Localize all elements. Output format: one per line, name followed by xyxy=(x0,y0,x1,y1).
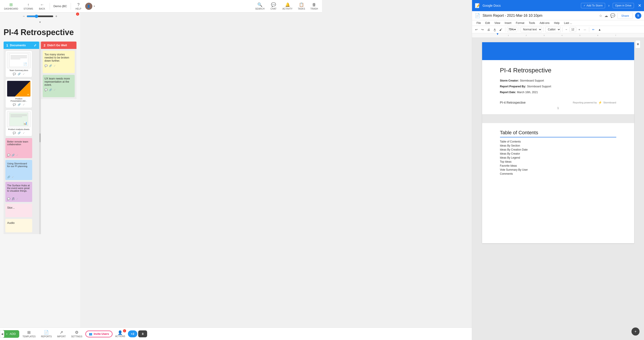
column-docs-header: 1 Documents ⤢ xyxy=(4,41,39,49)
tasks-icon: 📋 xyxy=(299,2,304,7)
zoom-value: ▾ xyxy=(39,20,41,24)
nav-storms-label: STORMS xyxy=(24,7,33,10)
rs-comment-icon[interactable]: 💬 xyxy=(44,64,48,67)
sticky-better-remote[interactable]: Better remote team collaboration 💬 🔗 ✓ xyxy=(5,138,32,158)
board-content: PI-4 Retrospective 1 Documents ⤢ xyxy=(0,24,80,170)
sticky-comment-icon[interactable]: 💬 xyxy=(7,154,10,157)
nav-back[interactable]: ← BACK xyxy=(36,1,48,11)
check-icon-3[interactable]: ✓ xyxy=(22,131,25,135)
doc-card-product-analysis[interactable]: 📊 Product Analysis.sheets 💬 🔗 ✓ xyxy=(5,110,32,136)
sticky-notes-grid: Better remote team collaboration 💬 🔗 ✓ U… xyxy=(5,138,37,170)
columns-row: 1 Documents ⤢ xyxy=(4,41,76,170)
nav-storms[interactable]: ↑ STORMS xyxy=(21,1,35,11)
nav-chat-label: CHAT xyxy=(270,7,276,10)
thumb-line xyxy=(10,114,27,115)
thumb-line xyxy=(10,58,27,58)
rs-check-2[interactable]: ✓ xyxy=(54,88,56,92)
col-divider-handle xyxy=(40,133,40,142)
column-bad-header: 2 Didn't Go Well xyxy=(41,41,76,49)
chat-icon: 💬 xyxy=(271,2,276,7)
doc-thumb-product-pres: ▶ xyxy=(7,81,31,97)
right-sticky-actions-1: 💬 🔗 ✓ xyxy=(44,64,73,67)
zoom-in-button[interactable]: + xyxy=(55,14,57,18)
doc-thumb-img: 📄 xyxy=(10,54,28,67)
col-docs-label: Documents xyxy=(10,43,26,47)
sticky-too-many-text: Too many stories needed to be broken dow… xyxy=(44,53,69,62)
zoom-dropdown[interactable]: ▾ xyxy=(0,20,80,24)
col-divider[interactable] xyxy=(39,41,41,170)
right-sticky-actions-2: 💬 🔗 ✓ xyxy=(44,88,73,92)
nav-activity[interactable]: 🔔 ACTIVITY xyxy=(280,1,295,11)
doc-card-product-presentation[interactable]: ▶ Product Presentation.slid... 💬 🔗 ✓ xyxy=(5,79,32,108)
rs-comment-icon-2[interactable]: 💬 xyxy=(44,88,48,91)
doc-cards-grid: 📄 Team Summary.docs 💬 🔗 ✓ xyxy=(5,51,37,136)
sticky-ux-team[interactable]: UX team needs more representation at the… xyxy=(43,75,75,97)
nav-dashboard-label: DASHBOARD xyxy=(4,7,18,10)
thumb-line xyxy=(10,117,22,117)
sticky-link-icon[interactable]: 🔗 xyxy=(12,154,15,157)
doc-thumb-analysis: 📊 xyxy=(10,113,28,126)
product-icon: ▶ xyxy=(27,93,30,96)
user-avatar[interactable]: 👤 xyxy=(85,3,92,10)
column-bad: 2 Didn't Go Well Too many stories needed… xyxy=(41,41,76,170)
rs-link-icon-2[interactable]: 🔗 xyxy=(49,88,52,91)
sticky-text: Better remote team collaboration xyxy=(7,140,30,146)
check-icon-2[interactable]: ✓ xyxy=(22,103,25,106)
product-pres-bg: ▶ xyxy=(7,81,30,96)
thumb-line xyxy=(10,56,27,57)
column-documents: 1 Documents ⤢ xyxy=(4,41,39,170)
col-docs-num: 1 xyxy=(6,43,8,47)
nav-search[interactable]: 🔍 SEARCH xyxy=(253,1,267,11)
nav-tasks[interactable]: 📋 TASKS xyxy=(296,1,307,11)
nav-trash-label: TRASH xyxy=(310,7,318,10)
thumb-line xyxy=(10,55,27,56)
doc-card-actions-3: 💬 🔗 ✓ xyxy=(13,131,25,135)
nav-divider2 xyxy=(71,3,71,9)
sticky-text-2: Using Stormboard for our PI planning. xyxy=(7,162,30,168)
comment-icon-2[interactable]: 💬 xyxy=(13,103,16,106)
nav-chat[interactable]: 💬 CHAT xyxy=(268,1,279,11)
top-nav: ⊞ DASHBOARD ↑ STORMS ← BACK Demo (BC ? H… xyxy=(0,0,322,12)
comment-icon-3[interactable]: 💬 xyxy=(13,132,16,134)
nav-search-label: SEARCH xyxy=(255,7,264,10)
doc-card-team-summary[interactable]: 📄 Team Summary.docs 💬 🔗 ✓ xyxy=(5,51,32,77)
link-icon-3[interactable]: 🔗 xyxy=(18,132,21,134)
back-icon: ← xyxy=(40,2,44,7)
doc-name-product-pres: Product Presentation.slid... xyxy=(7,98,31,102)
column-docs-body: 📄 Team Summary.docs 💬 🔗 ✓ xyxy=(4,49,39,170)
col-docs-expand-icon[interactable]: ⤢ xyxy=(34,43,36,47)
nav-activity-label: ACTIVITY xyxy=(282,7,292,10)
thumb-line xyxy=(10,115,27,116)
zoom-out-button[interactable]: − xyxy=(23,14,25,18)
board-title: PI-4 Retrospective xyxy=(4,28,76,37)
sticky-stormboard[interactable]: Using Stormboard for our PI planning. 1 … xyxy=(5,160,32,170)
doc-name-product-analysis: Product Analysis.sheets xyxy=(8,128,30,130)
search-icon: 🔍 xyxy=(258,2,262,7)
doc-thumb-product-analysis: 📊 xyxy=(7,111,31,127)
link-icon-2[interactable]: 🔗 xyxy=(18,103,21,106)
analysis-lines xyxy=(10,114,27,118)
sticky-check[interactable]: ✓ xyxy=(16,153,18,157)
nav-help[interactable]: ? HELP xyxy=(73,1,84,11)
check-icon[interactable]: ✓ xyxy=(22,72,25,76)
nav-help-label: HELP xyxy=(76,7,82,10)
link-icon[interactable]: 🔗 xyxy=(18,73,21,75)
comment-icon[interactable]: 💬 xyxy=(13,73,16,75)
avatar-chevron-icon[interactable]: ▾ xyxy=(94,5,95,7)
rs-check[interactable]: ✓ xyxy=(54,64,56,67)
sheets-icon: 📊 xyxy=(23,121,27,125)
doc-thumb-team-summary: 📄 xyxy=(7,52,31,68)
nav-demo-label: Demo (BC xyxy=(52,4,69,8)
zoom-bar: − + xyxy=(0,12,80,20)
nav-dashboard[interactable]: ⊞ DASHBOARD xyxy=(2,1,20,11)
sticky-too-many-stories[interactable]: Too many stories needed to be broken dow… xyxy=(43,51,75,73)
thumb-line xyxy=(10,59,20,59)
sticky-actions-1: 💬 🔗 ✓ xyxy=(7,153,30,157)
col-bad-num: 2 xyxy=(44,43,46,47)
col-bad-label: Didn't Go Well xyxy=(47,43,67,47)
storms-icon: ↑ xyxy=(27,2,29,7)
dashboard-icon: ⊞ xyxy=(10,2,13,7)
nav-trash[interactable]: 🗑 TRASH xyxy=(308,1,320,11)
rs-link-icon[interactable]: 🔗 xyxy=(49,64,52,67)
zoom-slider[interactable] xyxy=(26,14,54,18)
